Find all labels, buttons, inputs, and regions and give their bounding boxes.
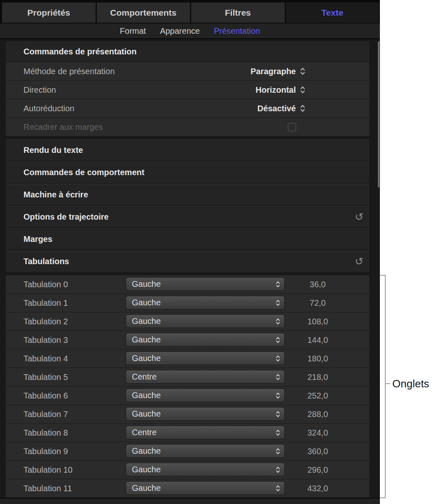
row-direction: Direction Horizontal bbox=[6, 81, 369, 99]
tabulation-position-value[interactable]: 432,0 bbox=[295, 479, 340, 497]
tabulation-position-value[interactable]: 288,0 bbox=[295, 405, 340, 423]
tabulation-label: Tabulation 11 bbox=[23, 479, 72, 497]
tabulation-position-value[interactable]: 218,0 bbox=[295, 368, 340, 386]
tab-label: Comportements bbox=[110, 8, 176, 18]
chevron-up-down-icon bbox=[275, 336, 281, 344]
section-header-rendu-du-texte[interactable]: Rendu du texte bbox=[6, 139, 369, 161]
chevron-up-down-icon bbox=[275, 429, 281, 437]
section-header-tabulations[interactable]: Tabulations ↺ bbox=[6, 251, 369, 272]
subtab-label: Format bbox=[120, 26, 146, 35]
tab-label: Propriétés bbox=[27, 8, 70, 18]
tab-texte[interactable]: Texte bbox=[286, 2, 379, 23]
tabulation-position-value[interactable]: 36,0 bbox=[295, 275, 340, 293]
tab-comportements[interactable]: Comportements bbox=[97, 2, 190, 23]
tabulation-label: Tabulation 8 bbox=[23, 424, 68, 442]
alignment-dropdown[interactable]: Gauche bbox=[126, 444, 285, 458]
chevron-up-down-icon bbox=[275, 466, 281, 474]
alignment-value: Gauche bbox=[132, 316, 161, 326]
alignment-dropdown[interactable]: Gauche bbox=[126, 296, 285, 309]
chevron-up-down-icon bbox=[275, 317, 281, 326]
reset-icon[interactable]: ↺ bbox=[355, 256, 363, 267]
alignment-value: Gauche bbox=[132, 298, 161, 307]
alignment-dropdown[interactable]: Gauche bbox=[126, 277, 285, 291]
row-label: Recadrer aux marges bbox=[23, 122, 103, 132]
tab-proprietes[interactable]: Propriétés bbox=[2, 2, 96, 23]
tabulation-row-7: Tabulation 7 Gauche 288,0 bbox=[6, 405, 369, 423]
tabulation-label: Tabulation 10 bbox=[23, 461, 73, 479]
chevron-up-down-icon bbox=[275, 410, 281, 418]
recadrer-aux-marges-checkbox[interactable] bbox=[288, 123, 296, 131]
section-title: Commandes de comportement bbox=[23, 168, 144, 177]
chevron-up-down-icon bbox=[275, 373, 281, 381]
chevron-up-down-icon bbox=[275, 391, 281, 400]
reset-icon[interactable]: ↺ bbox=[355, 212, 363, 222]
tabulation-label: Tabulation 4 bbox=[23, 349, 68, 368]
collapsed-sections: Rendu du texte Commandes de comportement… bbox=[0, 139, 380, 272]
inspector-content: Commandes de présentation Méthode de pré… bbox=[0, 39, 380, 504]
text-subtab-bar: FormatApparencePrésentation bbox=[0, 23, 380, 39]
chevron-up-down-icon bbox=[300, 85, 306, 94]
tab-filtres[interactable]: Filtres bbox=[191, 2, 285, 23]
row-label: Autoréduction bbox=[23, 104, 74, 113]
section-header-commandes-de-comportement[interactable]: Commandes de comportement bbox=[6, 162, 369, 183]
row-label: Direction bbox=[23, 85, 56, 95]
alignment-dropdown[interactable]: Gauche bbox=[126, 333, 285, 347]
tabulation-position-value[interactable]: 144,0 bbox=[295, 331, 340, 349]
tabulation-position-value[interactable]: 72,0 bbox=[295, 294, 340, 312]
subtab-presentation[interactable]: Présentation bbox=[214, 26, 260, 36]
tabulation-position-value[interactable]: 296,0 bbox=[295, 461, 340, 479]
alignment-dropdown[interactable]: Gauche bbox=[126, 481, 285, 495]
section-title: Options de trajectoire bbox=[23, 212, 109, 222]
alignment-dropdown[interactable]: Gauche bbox=[126, 389, 285, 402]
alignment-dropdown[interactable]: Centre bbox=[126, 370, 285, 384]
chevron-up-down-icon bbox=[300, 104, 306, 113]
section-header-commandes-de-presentation[interactable]: Commandes de présentation bbox=[6, 41, 369, 62]
tabulation-position-value[interactable]: 108,0 bbox=[295, 312, 340, 331]
tabulation-label: Tabulation 1 bbox=[23, 294, 68, 312]
popup-value: Paragraphe bbox=[251, 67, 296, 76]
section-header-marges[interactable]: Marges bbox=[6, 228, 369, 250]
tabulation-label: Tabulation 3 bbox=[23, 331, 68, 349]
section-header-machine-a-ecrire[interactable]: Machine à écrire bbox=[6, 184, 369, 205]
chevron-up-down-icon bbox=[275, 447, 281, 455]
tabulation-label: Tabulation 9 bbox=[23, 442, 68, 460]
popup-methode-de-presentation[interactable]: Paragraphe bbox=[251, 67, 306, 76]
alignment-value: Gauche bbox=[132, 409, 161, 419]
subtab-format[interactable]: Format bbox=[120, 26, 146, 36]
alignment-dropdown[interactable]: Gauche bbox=[126, 352, 285, 365]
alignment-dropdown[interactable]: Gauche bbox=[126, 463, 285, 476]
popup-direction[interactable]: Horizontal bbox=[255, 85, 306, 95]
alignment-value: Gauche bbox=[132, 279, 161, 289]
section-header-options-de-trajectoire[interactable]: Options de trajectoire ↺ bbox=[6, 206, 369, 227]
tabulation-label: Tabulation 0 bbox=[23, 275, 68, 293]
alignment-value: Gauche bbox=[132, 391, 161, 400]
alignment-value: Gauche bbox=[132, 465, 161, 474]
section-title: Commandes de présentation bbox=[23, 47, 137, 56]
tabulation-position-value[interactable]: 180,0 bbox=[295, 349, 340, 368]
tabulation-row-8: Tabulation 8 Centre 324,0 bbox=[6, 424, 369, 442]
tabulation-row-10: Tabulation 10 Gauche 296,0 bbox=[6, 461, 369, 479]
subtab-apparence[interactable]: Apparence bbox=[160, 26, 200, 36]
section-title: Marges bbox=[23, 234, 52, 244]
alignment-dropdown[interactable]: Gauche bbox=[126, 407, 285, 421]
tabulation-row-1: Tabulation 1 Gauche 72,0 bbox=[6, 294, 369, 312]
tabulation-row-2: Tabulation 2 Gauche 108,0 bbox=[6, 312, 369, 331]
tabulation-row-3: Tabulation 3 Gauche 144,0 bbox=[6, 331, 369, 349]
alignment-value: Gauche bbox=[132, 446, 161, 456]
tabulation-position-value[interactable]: 252,0 bbox=[295, 387, 340, 405]
section-title: Tabulations bbox=[23, 257, 69, 266]
tabulation-row-4: Tabulation 4 Gauche 180,0 bbox=[6, 349, 369, 368]
tabulation-position-value[interactable]: 360,0 bbox=[295, 442, 340, 460]
tabulation-position-value[interactable]: 324,0 bbox=[295, 424, 340, 442]
alignment-dropdown[interactable]: Centre bbox=[126, 426, 285, 439]
chevron-up-down-icon bbox=[275, 280, 281, 288]
tabulation-row-9: Tabulation 9 Gauche 360,0 bbox=[6, 442, 369, 460]
panel-bottom-strip bbox=[0, 498, 380, 504]
alignment-dropdown[interactable]: Gauche bbox=[126, 314, 285, 328]
popup-autoreduction[interactable]: Désactivé bbox=[258, 104, 306, 113]
row-autoreduction: Autoréduction Désactivé bbox=[6, 99, 369, 117]
alignment-value: Gauche bbox=[132, 335, 161, 345]
subtab-label: Présentation bbox=[214, 26, 260, 35]
tabulation-row-11: Tabulation 11 Gauche 432,0 bbox=[6, 479, 369, 497]
scrollbar-thumb[interactable] bbox=[378, 41, 379, 188]
